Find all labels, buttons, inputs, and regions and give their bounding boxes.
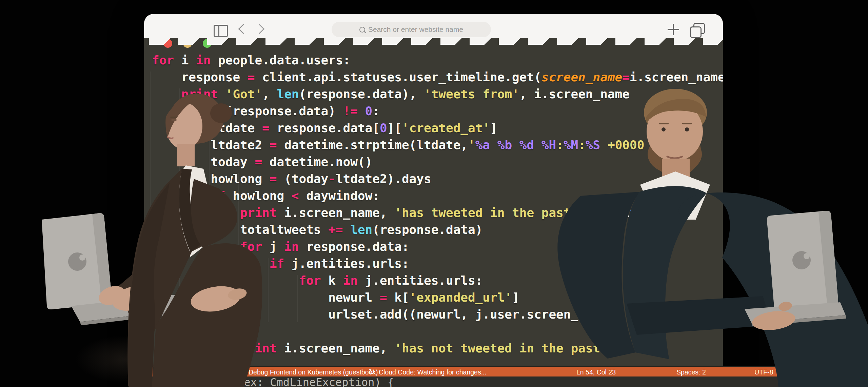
code-line: urlset.add((newurl, j.user.screen_name)) <box>152 306 723 323</box>
code-line: totaltweets += len(response.data) <box>152 221 723 238</box>
sync-icon: ↻ <box>369 368 375 376</box>
code-line <box>152 323 723 340</box>
search-placeholder: Search or enter website name <box>368 25 463 34</box>
new-tab-button[interactable] <box>668 24 679 35</box>
sidebar-toggle-button[interactable] <box>214 25 228 37</box>
code-lines: for i in people.data.users: response = c… <box>152 52 723 357</box>
debug-status[interactable]: Debug Frontend on Kubernetes (guestbook) <box>249 368 378 376</box>
code-line: ltdate = response.data[0]['created_at'] <box>152 120 723 137</box>
code-line: newurl = k['expanded_url'] <box>152 289 723 306</box>
play-icon: ▶ <box>238 369 242 376</box>
code-line: print 'Got', len(response.data), 'tweets… <box>152 86 723 103</box>
code-line: for k in j.entities.urls: <box>152 272 723 289</box>
editor-strip: (ex: CmdLineException) { <box>144 376 783 387</box>
vscode-layer: 0 ▶ Debug Frontend on Kubernetes (guestb… <box>144 366 783 387</box>
code-line: today = datetime.now() <box>152 154 723 170</box>
code-line: for i in people.data.users: <box>152 52 723 69</box>
code-line: for j in response.data: <box>152 238 723 255</box>
code-line: print i.screen_name, 'has tweeted in the… <box>152 204 723 221</box>
indentation-setting[interactable]: Spaces: 2 <box>676 368 706 376</box>
code-line: if howlong < daywindow: <box>152 187 723 204</box>
show-tabs-button[interactable] <box>689 23 704 38</box>
browser-window: for i in people.data.users: response = c… <box>144 14 723 387</box>
editor-partial-line: (ex: CmdLineException) { <box>237 376 394 387</box>
code-line: if len(response.data) != 0: <box>152 103 723 120</box>
code-line: response = client.api.statuses.user_time… <box>152 69 723 86</box>
search-input[interactable]: Search or enter website name <box>332 22 491 37</box>
browser-toolbar: Search or enter website name <box>144 14 723 38</box>
toolbar-torn-edge <box>144 38 723 45</box>
code-line: ltdate2 = datetime.strptime(ltdate,'%a %… <box>152 137 723 154</box>
back-button[interactable] <box>238 24 249 34</box>
apple-logo-icon <box>792 251 811 269</box>
encoding-setting[interactable]: UTF-8 <box>754 368 773 376</box>
code-line: if j.entities.urls: <box>152 255 723 272</box>
stage: for i in people.data.users: response = c… <box>0 0 868 387</box>
code-line: print i.screen_name, 'has not tweeted in… <box>152 340 723 357</box>
cursor-position[interactable]: Ln 54, Col 23 <box>576 368 616 376</box>
search-icon <box>359 27 365 33</box>
problems-count[interactable]: 0 <box>223 368 227 376</box>
cloud-code-status[interactable]: Cloud Code: Watching for changes... <box>379 368 487 376</box>
code-line: howlong = (today-ltdate2).days <box>152 170 723 187</box>
forward-button[interactable] <box>255 24 265 34</box>
apple-logo-icon <box>68 252 86 271</box>
status-bar: 0 ▶ Debug Frontend on Kubernetes (guestb… <box>144 366 783 376</box>
man-laptop <box>745 211 846 326</box>
